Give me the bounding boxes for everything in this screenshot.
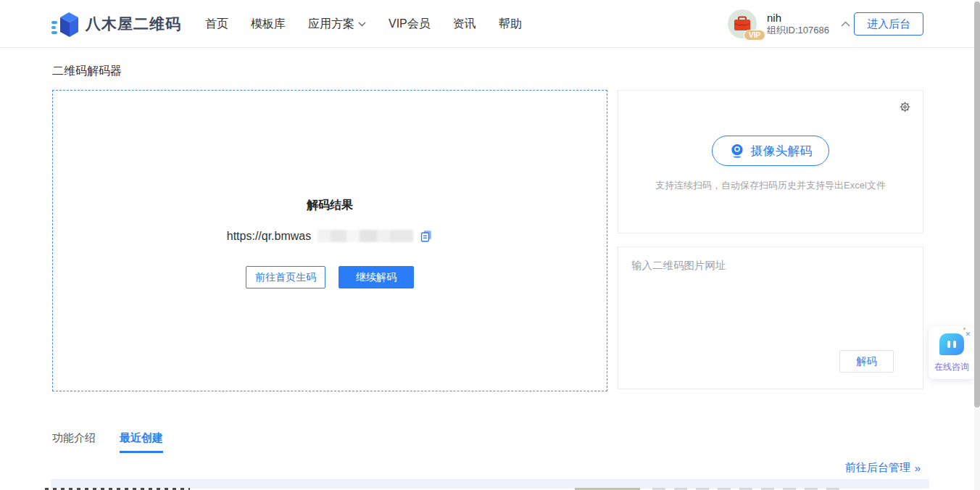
logo-icon (51, 9, 80, 38)
camera-decode-label: 摄像头解码 (751, 143, 813, 159)
camera-decode-button[interactable]: 摄像头解码 (712, 136, 829, 166)
top-navbar: 八木屋二维码 首页 模板库 应用方案 VIP会员 资讯 帮助 VIP (0, 0, 980, 48)
result-url-redacted (317, 230, 413, 242)
avatar[interactable]: VIP (728, 9, 757, 38)
copy-icon[interactable] (420, 229, 433, 243)
go-generate-button[interactable]: 前往首页生码 (246, 266, 325, 288)
camera-caption: 支持连续扫码，自动保存扫码历史并支持导出Excel文件 (618, 179, 923, 192)
user-info: nih 组织ID:107686 (767, 12, 829, 37)
tab-recent-created[interactable]: 最近创建 (120, 431, 163, 453)
chevron-down-icon (358, 22, 366, 27)
decode-button[interactable]: 解码 (839, 350, 894, 373)
continue-decode-button[interactable]: 继续解码 (339, 266, 414, 288)
chevron-up-icon[interactable] (841, 21, 850, 27)
online-consult-widget[interactable]: ✕ 在线咨询 (929, 326, 975, 379)
user-menu[interactable]: VIP nih 组织ID:107686 (728, 0, 850, 48)
vip-badge: VIP (744, 30, 765, 41)
logo-title: 八木屋二维码 (86, 14, 181, 34)
result-url-row: https://qr.bmwas (53, 229, 607, 243)
camera-decode-panel: 摄像头解码 支持连续扫码，自动保存扫码历史并支持导出Excel文件 (618, 90, 923, 233)
page-scrollbar[interactable] (974, 0, 980, 490)
decode-result-dropzone[interactable]: 解码结果 https://qr.bmwas 前往首页生码 继续解码 (52, 90, 607, 391)
nav-item-home[interactable]: 首页 (205, 17, 228, 32)
webcam-icon (729, 143, 745, 159)
backend-manage-link[interactable]: 前往后台管理 » (845, 461, 921, 475)
nav-item-help[interactable]: 帮助 (499, 17, 522, 32)
decode-result: 解码结果 https://qr.bmwas 前往首页生码 继续解码 (53, 198, 607, 288)
enter-backend-button[interactable]: 进入后台 (854, 12, 923, 36)
nav-item-news[interactable]: 资讯 (453, 17, 476, 32)
result-buttons: 前往首页生码 继续解码 (53, 266, 607, 288)
bottom-tabs: 功能介绍 最近创建 (52, 431, 163, 453)
backend-manage-label: 前往后台管理 (845, 461, 910, 475)
nav-item-solutions[interactable]: 应用方案 (308, 17, 366, 32)
result-heading: 解码结果 (53, 198, 607, 213)
page-title: 二维码解码器 (52, 64, 122, 79)
url-decode-panel: 解码 (618, 246, 923, 389)
qr-image-url-input[interactable] (618, 247, 923, 341)
result-url-text: https://qr.bmwas (227, 230, 312, 243)
chat-bubble-icon: ✕ (939, 333, 964, 355)
sparkle-dot-icon (963, 328, 966, 330)
tab-feature-intro[interactable]: 功能介绍 (52, 431, 96, 453)
consult-label: 在线咨询 (934, 361, 969, 373)
sparkle-icon: ✕ (965, 331, 971, 338)
logo[interactable]: 八木屋二维码 (51, 0, 181, 48)
user-org-id: 组织ID:107686 (767, 25, 829, 36)
scrollbar-thumb[interactable] (974, 1, 980, 407)
nav-item-templates[interactable]: 模板库 (251, 17, 286, 32)
gear-icon[interactable] (899, 101, 911, 113)
main-nav: 首页 模板库 应用方案 VIP会员 资讯 帮助 (205, 0, 522, 48)
nav-item-vip[interactable]: VIP会员 (389, 17, 431, 32)
double-chevron-right-icon: » (915, 462, 921, 474)
user-name: nih (767, 12, 829, 25)
